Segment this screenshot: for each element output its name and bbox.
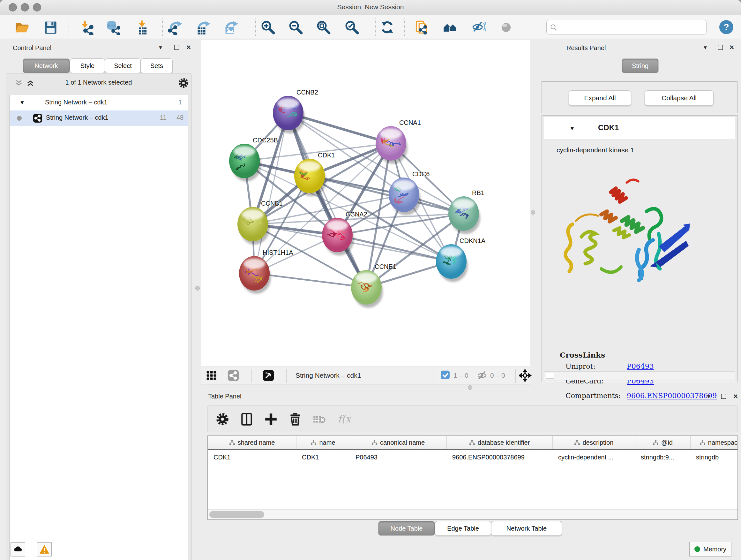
import-network-file-button[interactable] — [78, 19, 94, 36]
table-cell[interactable]: CDK1 — [296, 450, 350, 464]
column-header-name[interactable]: name — [296, 436, 350, 449]
table-panel-close-button[interactable]: ✕ — [731, 391, 740, 401]
column-header-description[interactable]: description — [552, 436, 635, 449]
hide-glasspane-button[interactable] — [470, 19, 486, 36]
network-canvas[interactable]: CCNB2CCNA1CDC25BCDK1CDC6RB1CCNB1CCNA2CDK… — [201, 40, 530, 367]
export-image-button[interactable] — [223, 19, 239, 36]
fit-crosshair-button[interactable] — [519, 369, 532, 382]
column-header-canonical-name[interactable]: canonical name — [350, 436, 447, 449]
zoom-selected-button[interactable] — [344, 19, 360, 36]
save-session-button[interactable] — [43, 19, 58, 36]
warnings-button[interactable] — [37, 543, 52, 557]
column-header-shared-name[interactable]: shared name — [208, 436, 296, 449]
gene-header-row[interactable]: ▼ CDK1 — [544, 117, 735, 140]
function-builder-button[interactable]: f(x) — [336, 412, 351, 427]
results-horizontal-scrollbar[interactable] — [544, 371, 735, 380]
gene-collapse-icon[interactable]: ▼ — [569, 125, 575, 132]
results-panel-float-button[interactable]: ▾ — [700, 43, 710, 52]
network-node-RB1[interactable] — [448, 196, 480, 234]
export-image-icon — [223, 20, 239, 35]
network-node-CCNB2[interactable] — [273, 96, 305, 133]
gear-button[interactable] — [215, 412, 230, 427]
refresh-layout-button[interactable] — [380, 19, 395, 36]
search-box[interactable] — [546, 20, 706, 35]
table-cell[interactable]: stringdb — [690, 450, 738, 464]
network-edge[interactable] — [337, 235, 451, 261]
column-header-namespace[interactable]: namespace — [690, 436, 738, 449]
network-node-CDK1[interactable] — [294, 159, 326, 196]
tab-sets[interactable]: Sets — [141, 58, 173, 73]
current-network-title: String Network – cdk1 — [295, 372, 361, 379]
help-button[interactable]: ? — [719, 19, 734, 35]
tab-edge-table[interactable]: Edge Table — [435, 521, 491, 536]
zoom-out-button[interactable] — [288, 19, 304, 36]
cloud-button[interactable] — [10, 543, 25, 557]
tab-style[interactable]: Style — [70, 58, 105, 73]
results-panel-close-button[interactable]: ✕ — [727, 43, 737, 52]
import-table-button[interactable] — [134, 19, 150, 36]
table-cell[interactable]: P06493 — [350, 450, 447, 464]
tab-select[interactable]: Select — [105, 58, 141, 73]
string-document-button[interactable] — [414, 19, 430, 36]
tab-string[interactable]: String — [622, 58, 659, 73]
column-header--id[interactable]: @id — [635, 436, 690, 449]
table-panel: Table Panel ▾ ✕ f(x) shared namenamecano… — [202, 390, 741, 539]
export-network-button[interactable] — [167, 19, 183, 36]
network-collection-row[interactable]: ▼ String Network – cdk1 1 — [10, 95, 188, 111]
zoom-in-button[interactable] — [260, 19, 276, 36]
zoom-fit-button[interactable] — [316, 19, 332, 36]
tab-node-table[interactable]: Node Table — [378, 521, 435, 536]
delete-table-button[interactable] — [312, 412, 327, 427]
export-view-button[interactable] — [262, 369, 275, 382]
hidden-eye-button[interactable] — [476, 369, 489, 382]
results-panel-maximize-button[interactable] — [716, 43, 725, 52]
splitter-handle[interactable] — [468, 385, 472, 390]
crosslink-link[interactable]: P06493 — [627, 362, 654, 370]
add-row-button[interactable] — [263, 412, 279, 427]
network-row[interactable]: String Network – cdk1 11 48 — [10, 111, 188, 126]
birdseye-grid-button[interactable] — [205, 369, 218, 382]
tab-network-table[interactable]: Network Table — [491, 521, 562, 536]
expand-all-button[interactable]: Expand All — [569, 90, 631, 106]
network-node-CCNE1[interactable] — [351, 270, 383, 308]
control-panel-close-button[interactable]: ✕ — [184, 43, 193, 52]
open-session-button[interactable] — [14, 19, 30, 36]
network-node-CDC6[interactable] — [389, 178, 421, 215]
split-columns-button[interactable] — [239, 412, 254, 427]
string-home-button[interactable] — [442, 19, 458, 36]
network-node-CCNA1[interactable] — [376, 126, 408, 164]
network-edge[interactable] — [254, 273, 366, 287]
delete-row-button[interactable] — [287, 412, 303, 427]
network-node-CCNA2[interactable] — [322, 218, 354, 255]
show-graphics-details-button[interactable] — [498, 19, 514, 36]
results-panel: Results Panel ▾ ✕ String Expand All Coll… — [539, 40, 741, 388]
export-table-button[interactable] — [195, 19, 211, 36]
share-view-button[interactable] — [227, 369, 240, 382]
network-edge[interactable] — [288, 113, 366, 287]
table-panel-maximize-button[interactable] — [719, 391, 728, 401]
node-label-HIST1H1A: HIST1H1A — [263, 249, 293, 256]
table-cell[interactable]: CDK1 — [208, 450, 296, 464]
import-network-database-button[interactable] — [105, 19, 121, 36]
network-status-dot — [17, 116, 22, 121]
table-cell[interactable]: stringdb:9... — [635, 450, 690, 464]
network-node-CDKN1A[interactable] — [436, 244, 468, 282]
table-cell[interactable]: 9606.ENSP00000378699 — [447, 450, 552, 464]
splitter-handle[interactable] — [195, 286, 200, 291]
table-horizontal-scrollbar[interactable] — [208, 509, 738, 519]
search-input[interactable] — [560, 21, 702, 33]
network-options-gear-icon[interactable] — [178, 78, 189, 90]
column-type-icon — [700, 440, 705, 445]
control-panel-maximize-button[interactable] — [172, 43, 181, 52]
control-panel-float-button[interactable]: ▾ — [156, 43, 165, 52]
collapse-all-button[interactable]: Collapse All — [645, 90, 714, 106]
collection-expand-icon[interactable]: ▼ — [19, 100, 25, 106]
column-header-database-identifier[interactable]: database identifier — [447, 436, 552, 449]
network-edge[interactable] — [310, 176, 464, 213]
table-cell[interactable]: cyclin-dependent ... — [552, 450, 635, 464]
memory-button[interactable]: Memory — [689, 542, 731, 557]
splitter-handle[interactable] — [531, 210, 535, 214]
tab-network[interactable]: Network — [23, 58, 70, 73]
selected-checkbox-button[interactable] — [440, 369, 453, 382]
table-panel-float-button[interactable]: ▾ — [704, 391, 714, 401]
